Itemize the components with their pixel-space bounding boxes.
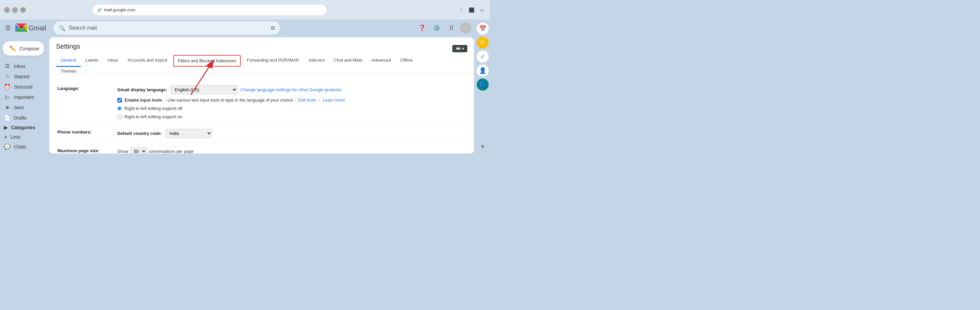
tab-labels[interactable]: Labels <box>81 54 103 67</box>
categories-icon: ▶ <box>4 125 8 130</box>
sidebar-item-inbox[interactable]: ☰ Inbox <box>0 61 44 71</box>
enable-input-tools-checkbox[interactable] <box>117 98 122 103</box>
learn-more-link[interactable]: Learn more <box>323 98 345 103</box>
contacts-icon-button[interactable]: 👤 <box>477 65 488 77</box>
sidebar-item-starred[interactable]: ☆ Starred <box>0 71 44 82</box>
tab-offline[interactable]: Offline <box>396 54 417 67</box>
tab-addons[interactable]: Add-ons <box>304 54 329 67</box>
snoozed-icon: ⏰ <box>4 84 11 90</box>
right-sidebar: 📅 💛 ✓ 👤 🔵 ＋ <box>475 20 490 155</box>
tasks-icon-button[interactable]: ✓ <box>477 51 488 63</box>
sidebar-item-label: Starred <box>14 74 29 79</box>
sidebar-item-label: Sent <box>14 105 24 110</box>
country-code-select[interactable]: India <box>165 129 212 138</box>
add-app-button[interactable]: ＋ <box>477 140 488 152</box>
back-button[interactable]: ‹ <box>4 7 10 13</box>
rtl-on-label: Right-to-left editing support on <box>124 114 182 119</box>
sidebar-item-label: Categories <box>11 125 35 130</box>
conversations-label: conversations per page <box>149 149 194 153</box>
sidebar-item-less[interactable]: ∧ Less <box>0 132 47 142</box>
sidebar-item-drafts[interactable]: 📄 Drafts <box>0 112 44 123</box>
teal-app-icon-button[interactable]: 🔵 <box>477 79 488 90</box>
tab-advanced[interactable]: Advanced <box>367 54 396 67</box>
main-wrapper: 🔍 Search mail ⧉ ❓ ⚙️ ⠿ Settings ⌨️ ▾ <box>49 20 475 155</box>
tab-accounts[interactable]: Accounts and Import <box>123 54 172 67</box>
rtl-on-row: Right-to-left editing support on <box>117 114 466 119</box>
page-size-select[interactable]: 50 25 10 <box>130 147 147 153</box>
sidebar-item-sent[interactable]: ➤ Sent <box>0 102 44 112</box>
tab-inbox[interactable]: Inbox <box>103 54 123 67</box>
edit-tools-link[interactable]: Edit tools <box>298 98 316 103</box>
tab-filters[interactable]: Filters and Blocked Addresses <box>173 55 241 66</box>
main-top-bar: 🔍 Search mail ⧉ ❓ ⚙️ ⠿ <box>49 20 475 36</box>
sidebar-item-categories[interactable]: ▶ Categories <box>0 123 47 132</box>
star-icon: ☆ <box>4 73 11 79</box>
sidebar: ✏️ Compose ☰ Inbox ☆ Starred ⏰ Snoozed ▷… <box>0 36 47 155</box>
tab-chat[interactable]: Chat and Meet <box>329 54 367 67</box>
settings-tabs: General Labels Inbox Accounts and Import… <box>56 54 467 67</box>
search-icon: 🔍 <box>59 25 65 31</box>
phone-label: Phone numbers: <box>57 129 111 134</box>
browser-chrome: ‹ › ↻ 🔗 mail.google.com ⋮ ⬛ ▭ <box>0 0 490 20</box>
address-bar[interactable]: 🔗 mail.google.com <box>93 5 326 15</box>
language-content: Gmail display language: English (US) Cha… <box>117 85 466 119</box>
hamburger-menu[interactable]: ☰ <box>3 22 13 34</box>
browser-menu-icon[interactable]: ⋮ <box>457 6 465 14</box>
browser-controls: ‹ › ↻ <box>4 7 26 13</box>
keep-icon-button[interactable]: 💛 <box>477 36 488 49</box>
gmail-wordmark: Gmail <box>29 24 46 32</box>
apps-button[interactable]: ⠿ <box>445 22 457 34</box>
enable-input-tools-label: Enable input tools <box>125 98 162 103</box>
help-button[interactable]: ❓ <box>416 22 428 34</box>
gmail-logo: Gmail <box>15 23 46 33</box>
page-size-row: Show 50 25 10 conversations per page <box>117 147 466 153</box>
gmail-logo-svg <box>15 23 27 33</box>
sidebar-item-label: Inbox <box>14 63 25 69</box>
dash-separator: - <box>319 98 320 103</box>
compose-button[interactable]: ✏️ Compose <box>3 41 44 55</box>
keyboard-icon: ⌨️ <box>456 46 461 51</box>
language-label: Language: <box>57 85 111 91</box>
page-size-label: Maximum page size: <box>57 147 111 153</box>
sidebar-item-snoozed[interactable]: ⏰ Snoozed <box>0 82 44 92</box>
tab-forwarding[interactable]: Forwarding and POP/IMAP <box>242 54 304 67</box>
pencil-icon: ✏️ <box>10 45 16 52</box>
compose-label: Compose <box>19 46 39 51</box>
rtl-on-radio[interactable] <box>117 115 122 119</box>
browser-extensions-icon[interactable]: ⬛ <box>468 6 475 14</box>
avatar[interactable] <box>460 22 471 34</box>
url-display: mail.google.com <box>104 7 136 12</box>
search-input[interactable]: Search mail <box>68 25 268 31</box>
settings-header: Settings ⌨️ ▾ General Labels Inbox Accou… <box>49 37 474 74</box>
change-language-link[interactable]: Change language settings for other Googl… <box>241 87 341 92</box>
reload-button[interactable]: ↻ <box>20 7 26 13</box>
settings-title: Settings <box>56 43 80 50</box>
sidebar-item-label: Less <box>11 134 21 139</box>
forward-button[interactable]: › <box>12 7 18 13</box>
important-icon: ▷ <box>4 94 11 100</box>
browser-sidebar-icon[interactable]: ▭ <box>479 6 486 14</box>
language-select[interactable]: English (US) <box>171 85 237 94</box>
less-icon: ∧ <box>4 134 7 139</box>
sidebar-item-important[interactable]: ▷ Important <box>0 92 44 102</box>
sidebar-item-chats[interactable]: 💬 Chats <box>0 142 44 152</box>
phone-row: Default country code: India <box>117 129 466 138</box>
sent-icon: ➤ <box>4 104 11 111</box>
language-display-row: Gmail display language: English (US) Cha… <box>117 85 466 94</box>
calendar-icon-button[interactable]: 📅 <box>477 23 488 35</box>
search-bar[interactable]: 🔍 Search mail ⧉ <box>53 21 280 35</box>
language-setting-row: Language: Gmail display language: Englis… <box>57 81 466 124</box>
search-options-icon[interactable]: ⧉ <box>271 25 275 31</box>
phone-setting-row: Phone numbers: Default country code: Ind… <box>57 124 466 143</box>
rtl-off-row: Right-to-left editing support off <box>117 106 466 111</box>
display-language-label: Gmail display language: <box>117 87 167 92</box>
drafts-icon: 📄 <box>4 115 11 121</box>
keyboard-shortcuts-button[interactable]: ⌨️ ▾ <box>452 45 467 52</box>
settings-button[interactable]: ⚙️ <box>431 22 443 34</box>
lock-icon: 🔗 <box>97 8 102 12</box>
browser-right-icons: ⋮ ⬛ ▭ <box>457 6 486 14</box>
sidebar-item-label: Chats <box>14 144 26 150</box>
rtl-off-radio[interactable] <box>117 106 122 111</box>
keyboard-shortcuts-label: ▾ <box>462 46 464 51</box>
phone-content: Default country code: India <box>117 129 466 138</box>
